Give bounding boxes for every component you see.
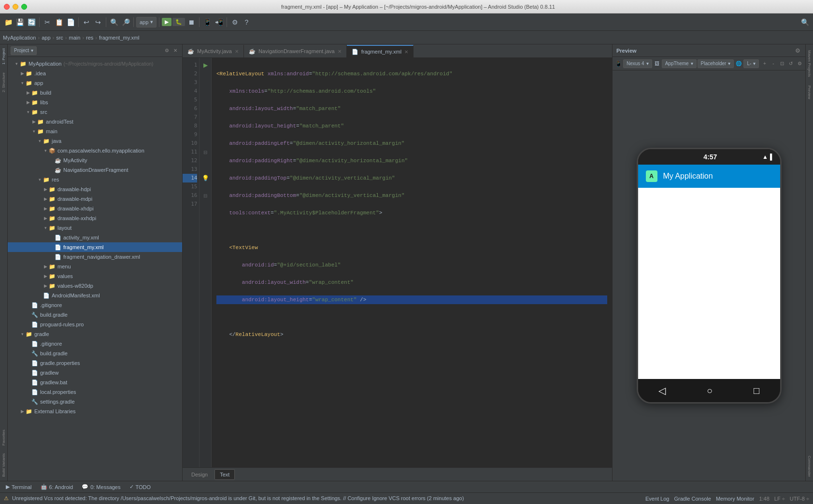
redo-btn[interactable]: ↪: [93, 17, 103, 28]
list-item[interactable]: 📄 .gitignore: [8, 300, 182, 310]
paste-btn[interactable]: 📄: [65, 17, 76, 28]
close-tab-icon[interactable]: ✕: [235, 49, 239, 54]
list-item[interactable]: ▾ 📁 layout: [8, 223, 182, 233]
list-item[interactable]: 📄 gradlew.bat: [8, 378, 182, 387]
list-item[interactable]: ▾ 📦 com.pascalwelsch.ello.myapplication: [8, 146, 182, 155]
list-item[interactable]: 📄 AndroidManifest.xml: [8, 291, 182, 300]
list-item[interactable]: ☕ MyActivity: [8, 155, 182, 165]
settings-icon[interactable]: ⚙: [796, 60, 803, 68]
nav-myapplication[interactable]: MyApplication: [3, 35, 36, 41]
line-ending-indicator[interactable]: LF ÷: [774, 496, 785, 502]
locale-dropdown[interactable]: L- ▾: [743, 59, 759, 68]
list-item[interactable]: ▶ 📁 drawable-xxhdpi: [8, 213, 182, 223]
code-editor[interactable]: 1234567891011121314151617 ▶ ⊟ �: [183, 58, 612, 467]
find2-btn[interactable]: 🔎: [120, 17, 131, 28]
sidebar-item-commander[interactable]: Commander: [806, 452, 813, 481]
list-item[interactable]: 📄 fragment_navigation_drawer.xml: [8, 252, 182, 262]
list-item[interactable]: 📄 gradle.properties: [8, 358, 182, 368]
tab-fragment-xml[interactable]: 📄 fragment_my.xml ✕: [347, 45, 414, 57]
list-item[interactable]: ▶ 📁 .idea: [8, 69, 182, 78]
project-view-dropdown[interactable]: Project ▾: [11, 46, 37, 55]
zoom-fit-icon[interactable]: ⊡: [778, 60, 786, 68]
list-item[interactable]: ▶ 📁 drawable-hdpi: [8, 184, 182, 194]
list-item[interactable]: ▾ 📁 src: [8, 107, 182, 117]
sdk-btn[interactable]: ⚙: [229, 17, 240, 28]
maximize-button[interactable]: [21, 4, 27, 10]
tab-messages[interactable]: 💬 0: Messages: [78, 482, 124, 492]
list-item[interactable]: ▶ 📁 build: [8, 88, 182, 98]
list-item[interactable]: ▶ 📁 drawable-xhdpi: [8, 204, 182, 213]
refresh-icon[interactable]: ↺: [787, 60, 795, 68]
sidebar-item-project[interactable]: 1: Project: [0, 44, 7, 69]
copy-btn[interactable]: 📋: [54, 17, 64, 28]
tab-myactivity[interactable]: ☕ MyActivity.java ✕: [183, 45, 244, 57]
sidebar-item-preview[interactable]: Preview: [806, 82, 813, 103]
placeholder-dropdown[interactable]: Placeholder ▾: [698, 59, 734, 68]
tab-design[interactable]: Design: [186, 470, 213, 479]
zoom-out-icon[interactable]: -: [770, 60, 777, 68]
list-item[interactable]: 🔧 build.gradle: [8, 310, 182, 320]
list-item[interactable]: ▶ 📁 External Libraries: [8, 406, 182, 416]
module-dropdown[interactable]: app ▾: [136, 17, 157, 28]
list-item[interactable]: 📄 gradlew: [8, 368, 182, 378]
list-item[interactable]: ▾ 📁 res: [8, 175, 182, 184]
list-item[interactable]: 📄 local.properties: [8, 387, 182, 397]
list-item[interactable]: ▾ 📁 java: [8, 136, 182, 146]
list-item[interactable]: 📄 .gitignore: [8, 339, 182, 349]
run-button[interactable]: ▶: [162, 18, 171, 26]
theme-dropdown[interactable]: AppTheme ▾: [662, 59, 697, 68]
close-tab-icon[interactable]: ✕: [404, 49, 408, 55]
tree-root-item[interactable]: ▾ 📁 MyApplication (~/Projects/migros-and…: [8, 59, 182, 69]
open-file-btn[interactable]: 📁: [3, 17, 14, 28]
list-item[interactable]: ▶ 📁 libs: [8, 98, 182, 107]
list-item[interactable]: 📄 activity_my.xml: [8, 233, 182, 242]
event-log-btn[interactable]: Event Log: [645, 496, 670, 502]
sidebar-item-structure[interactable]: 2: Structure: [0, 69, 7, 96]
debug-button[interactable]: 🐛: [172, 18, 185, 26]
nav-main[interactable]: main: [69, 35, 81, 41]
encoding-indicator[interactable]: UTF-8 ÷: [790, 496, 809, 502]
zoom-in-icon[interactable]: +: [761, 60, 769, 68]
list-item[interactable]: ▾ 📁 app: [8, 78, 182, 88]
list-item[interactable]: 📄 proguard-rules.pro: [8, 320, 182, 329]
sidebar-item-maven[interactable]: Maven Projects: [806, 46, 813, 81]
device-btn[interactable]: 📱: [202, 17, 213, 28]
gear-icon[interactable]: ⚙: [794, 47, 801, 55]
list-item[interactable]: ▶ 📁 androidTest: [8, 117, 182, 126]
minimize-button[interactable]: [13, 4, 18, 10]
undo-btn[interactable]: ↩: [81, 17, 92, 28]
search-everywhere-btn[interactable]: 🔍: [799, 17, 810, 28]
nav-fragment-xml[interactable]: fragment_my.xml: [99, 35, 140, 41]
device-btn[interactable]: 📱: [614, 60, 622, 68]
find-btn[interactable]: 🔍: [109, 17, 119, 28]
sidebar-item-build-variants[interactable]: Build Variants: [0, 449, 7, 481]
tab-android[interactable]: 🤖 6: Android: [37, 482, 77, 492]
stop-btn[interactable]: ⏹: [186, 17, 197, 28]
list-item[interactable]: ▶ 📁 menu: [8, 262, 182, 271]
close-tab-icon[interactable]: ✕: [338, 49, 342, 54]
list-item[interactable]: 🔧 build.gradle: [8, 349, 182, 358]
list-item[interactable]: 🔧 settings.gradle: [8, 397, 182, 406]
cut-btn[interactable]: ✂: [42, 17, 53, 28]
code-content[interactable]: <RelativeLayout xmlns:android="http://sc…: [212, 58, 612, 467]
list-item[interactable]: 📄 fragment_my.xml: [8, 242, 182, 252]
close-panel-button[interactable]: ✕: [171, 47, 179, 55]
palette-btn[interactable]: 🖼: [653, 60, 661, 68]
tab-terminal[interactable]: ▶ Terminal: [2, 482, 36, 492]
help-btn[interactable]: ?: [241, 17, 252, 28]
nav-res[interactable]: res: [86, 35, 93, 41]
list-item[interactable]: ▶ 📁 drawable-mdpi: [8, 194, 182, 204]
tab-navdrawerfragment[interactable]: ☕ NavigationDrawerFragment.java ✕: [244, 45, 347, 57]
locale-btn[interactable]: 🌐: [735, 60, 742, 68]
gear-icon[interactable]: ⚙: [163, 47, 171, 55]
list-item[interactable]: ▾ 📁 main: [8, 126, 182, 136]
window-controls[interactable]: [4, 4, 27, 10]
list-item[interactable]: ▶ 📁 values: [8, 271, 182, 281]
sync-btn[interactable]: 🔄: [26, 17, 37, 28]
close-button[interactable]: [4, 4, 10, 10]
gradle-console-btn[interactable]: Gradle Console: [674, 496, 711, 502]
list-item[interactable]: ☕ NavigationDrawerFragment: [8, 165, 182, 175]
sidebar-item-favorites[interactable]: Favorites: [0, 426, 7, 449]
tab-text[interactable]: Text: [214, 469, 235, 480]
save-btn[interactable]: 💾: [14, 17, 25, 28]
